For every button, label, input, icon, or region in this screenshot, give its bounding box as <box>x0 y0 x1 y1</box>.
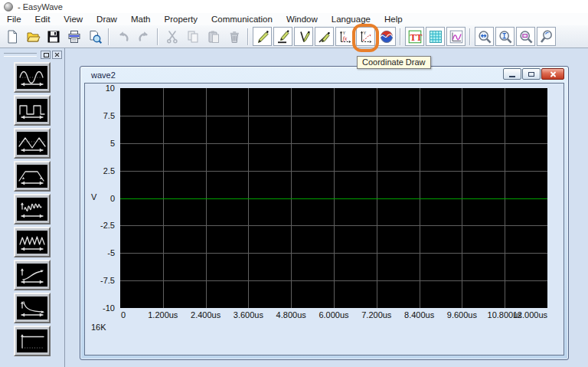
app-logo-icon <box>4 2 13 11</box>
copy-icon <box>185 29 201 44</box>
preview-icon <box>87 29 103 44</box>
zoom-box-button[interactable] <box>516 27 535 46</box>
y-tick-label: -10 <box>103 303 115 313</box>
wave2-titlebar[interactable]: wave2 <box>80 67 568 83</box>
palette-grip[interactable] <box>4 53 37 57</box>
gridline-horizontal <box>120 225 547 226</box>
gridline-horizontal <box>120 280 547 281</box>
redo-icon <box>136 29 152 44</box>
svg-text:ΤΤ: ΤΤ <box>410 31 422 42</box>
smooth-button[interactable] <box>377 27 396 46</box>
dc-icon <box>17 329 47 352</box>
menu-property[interactable]: Property <box>158 13 204 25</box>
grid-icon <box>428 29 443 44</box>
zoom-vertical-button[interactable] <box>495 27 514 46</box>
noise-icon <box>17 198 47 221</box>
toolbar-separator <box>469 28 471 45</box>
graph-settings-button[interactable] <box>446 27 466 46</box>
hand-draw-button[interactable] <box>253 27 272 46</box>
toolbar: YfxYCoordinate DrawΤΤ <box>0 25 588 48</box>
y-tick-label: 5 <box>110 139 115 148</box>
waveform-plot[interactable] <box>120 88 547 308</box>
print-button[interactable] <box>64 27 83 46</box>
y-axis-ticks: 107.552.50-2.5-5-7.5-10 <box>85 88 117 308</box>
dc-wave-button[interactable] <box>14 326 51 356</box>
menu-language[interactable]: Language <box>325 13 377 25</box>
menu-view[interactable]: View <box>57 13 90 25</box>
menu-math[interactable]: Math <box>124 13 158 25</box>
zoom-reset-button[interactable] <box>537 27 556 46</box>
pulse-icon <box>17 165 47 188</box>
exp-fall-icon <box>17 297 47 319</box>
grid-toggle-button[interactable] <box>426 27 445 46</box>
zoom-vertical-icon <box>498 29 513 44</box>
delete-button <box>224 27 243 46</box>
paste-button <box>204 27 223 46</box>
slope-draw-button[interactable] <box>315 27 334 46</box>
client-area: wave2 V 16K 107.552.50-2.5-5-7.5-10 01.2… <box>0 48 588 367</box>
equation-draw-button[interactable]: Yfx <box>335 27 354 46</box>
waveform-trace <box>120 198 547 199</box>
noise-wave-button[interactable] <box>14 194 51 224</box>
maximize-button[interactable] <box>522 68 541 80</box>
vertical-draw-icon <box>296 29 312 44</box>
square-icon <box>17 99 47 122</box>
coordinate-draw-button[interactable]: YCoordinate Draw <box>356 27 375 46</box>
points-count-label: 16K <box>91 323 106 332</box>
triangle-icon <box>17 132 47 155</box>
title-bar: - EasyWave <box>0 0 588 13</box>
cut-button <box>162 27 181 46</box>
sine-wave-button[interactable] <box>14 62 51 93</box>
gridline-horizontal <box>120 116 547 116</box>
app-title: - EasyWave <box>18 2 63 11</box>
menu-window[interactable]: Window <box>279 13 325 25</box>
menu-file[interactable]: File <box>0 13 28 25</box>
x-tick-label: 4.800us <box>276 310 306 319</box>
new-button[interactable] <box>2 27 21 46</box>
x-tick-label: 3.600us <box>234 310 263 319</box>
menu-help[interactable]: Help <box>377 13 410 25</box>
y-tick-label: 2.5 <box>103 166 115 175</box>
square-wave-button[interactable] <box>14 95 51 126</box>
triangle-wave-button[interactable] <box>14 128 51 159</box>
y-tick-label: 7.5 <box>103 111 115 120</box>
print-preview-button[interactable] <box>85 27 104 46</box>
save-button[interactable] <box>44 27 63 46</box>
menu-edit[interactable]: Edit <box>28 13 57 25</box>
x-axis-ticks: 01.200us2.400us3.600us4.800us6.000us7.20… <box>120 310 547 320</box>
menu-communication[interactable]: Communication <box>204 13 279 25</box>
y-tick-label: -2.5 <box>100 221 115 230</box>
menu-draw[interactable]: Draw <box>90 13 124 25</box>
y-tick-label: 0 <box>110 194 115 203</box>
toolbar-separator <box>400 28 401 45</box>
toolbar-separator <box>157 28 158 45</box>
minimize-button[interactable] <box>503 68 521 80</box>
zoom-horizontal-button[interactable] <box>475 27 494 46</box>
pulse-wave-button[interactable] <box>14 161 51 192</box>
delete-icon <box>227 29 242 44</box>
wave2-title: wave2 <box>91 70 116 80</box>
toolbar-separator <box>108 28 109 45</box>
hand-draw-icon <box>255 29 270 44</box>
open-button[interactable] <box>23 27 42 46</box>
palette-close-button[interactable] <box>52 51 62 59</box>
vertical-draw-button[interactable] <box>294 27 313 46</box>
save-icon <box>46 29 61 44</box>
svg-text:Y: Y <box>363 30 366 34</box>
undo-icon <box>116 29 131 44</box>
palette-restore-button[interactable] <box>41 51 51 59</box>
sine-icon <box>17 66 47 89</box>
line-draw-button[interactable] <box>273 27 292 46</box>
close-button[interactable] <box>541 68 564 80</box>
minimize-icon <box>509 76 515 77</box>
gridline-horizontal <box>120 171 547 172</box>
copy-button <box>183 27 202 46</box>
undo-button <box>113 27 132 46</box>
palette-header <box>2 50 62 59</box>
noise-dense-wave-button[interactable] <box>14 227 51 257</box>
exp-rise-wave-button[interactable] <box>14 260 51 290</box>
exp-fall-wave-button[interactable] <box>14 293 51 323</box>
period-markers-button[interactable]: ΤΤ <box>405 27 424 46</box>
window-controls <box>502 68 564 80</box>
x-tick-label: 8.400us <box>404 310 434 319</box>
